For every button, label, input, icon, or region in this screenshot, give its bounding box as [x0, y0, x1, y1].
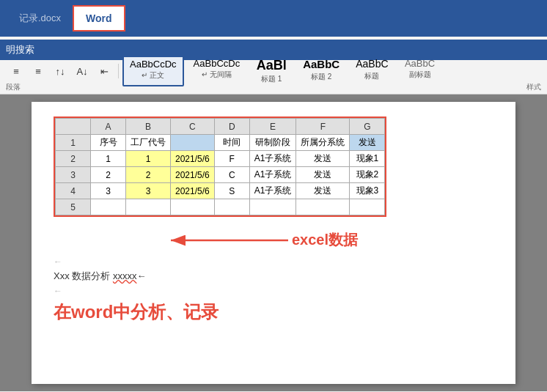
row-header-3: 3: [56, 167, 91, 183]
sort-btn[interactable]: ↑↓: [50, 62, 70, 81]
annotation-arrow: [164, 227, 295, 253]
cell-b5: [126, 199, 171, 215]
col-header-empty: [56, 119, 91, 135]
doc-page: A B C D E F G 1 序号 工厂代号 时间 研制阶段: [32, 102, 515, 384]
doc-big-text: 在word中分析、记录: [54, 300, 493, 324]
cell-c2: 2021/5/6: [171, 151, 215, 167]
cell-b2: 1: [126, 151, 171, 167]
excel-table: A B C D E F G 1 序号 工厂代号 时间 研制阶段: [55, 118, 385, 215]
col-header-d: D: [214, 119, 249, 135]
cell-d5: [214, 199, 249, 215]
style-subtitle-label: 副标题: [409, 70, 431, 80]
tab-docx[interactable]: 记录.docx: [7, 6, 73, 31]
cell-f3: 发送: [296, 167, 350, 183]
para-mark-2: ←: [54, 286, 493, 296]
title-bar: 记录.docx Word: [0, 0, 547, 37]
row-header-4: 4: [56, 183, 91, 199]
style-nospace-preview: AaBbCcDc: [194, 58, 241, 70]
cell-c4: 2021/5/6: [171, 183, 215, 199]
col-header-e: E: [249, 119, 296, 135]
header-c-blur: [171, 135, 215, 151]
header-factory: 工厂代号: [126, 135, 171, 151]
col-header-f: F: [296, 119, 350, 135]
cell-e4: A1子系统: [249, 183, 296, 199]
style-h2-preview: AaBbC: [303, 58, 339, 71]
cell-g3: 现象2: [350, 167, 385, 183]
separator1: [118, 64, 119, 78]
cell-e2: A1子系统: [249, 151, 296, 167]
doc-text-line: Xxx 数据分析 xxxxx←: [54, 270, 493, 283]
align-center-btn[interactable]: ≡: [28, 62, 48, 81]
doc-text-xxx: Xxx 数据分析: [54, 270, 113, 281]
cell-g4: 现象3: [350, 183, 385, 199]
paragraph-section-label: 段落: [6, 82, 21, 92]
cell-f4: 发送: [296, 183, 350, 199]
cell-d3: C: [214, 167, 249, 183]
col-header-c: C: [171, 119, 215, 135]
col-header-a: A: [91, 119, 126, 135]
excel-data-row-1: 2 1 1 2021/5/6 F A1子系统 发送 现象1: [56, 151, 385, 167]
row-header-1: 1: [56, 135, 91, 151]
style-nospace-label: ↵ 无间隔: [202, 70, 232, 80]
align-left-btn[interactable]: ≡: [6, 62, 26, 81]
style-h1-preview: AaBl: [257, 58, 287, 74]
indent-btn[interactable]: ⇤: [94, 62, 114, 81]
document-area: A B C D E F G 1 序号 工厂代号 时间 研制阶段: [0, 95, 547, 391]
ribbon: 明搜索 ≡ ≡ ↑↓ A↓ ⇤ AaBbCcDc ↵ 正文 AaBbCcDc ↵…: [0, 37, 547, 95]
cell-e3: A1子系统: [249, 167, 296, 183]
excel-data-row-2: 3 2 2 2021/5/6 C A1子系统 发送 现象2: [56, 167, 385, 183]
cell-b3: 2: [126, 167, 171, 183]
excel-data-row-3: 4 3 3 2021/5/6 S A1子系统 发送 现象3: [56, 183, 385, 199]
header-time: 时间: [214, 135, 249, 151]
cell-d4: S: [214, 183, 249, 199]
cell-a5: [91, 199, 126, 215]
excel-annotation-label: excel数据: [292, 230, 358, 250]
header-subsys: 所属分系统: [296, 135, 350, 151]
excel-data-header-row: 1 序号 工厂代号 时间 研制阶段 所属分系统 发送: [56, 135, 385, 151]
row-header-5: 5: [56, 199, 91, 215]
ribbon-paragraph-row: ≡ ≡ ↑↓ A↓ ⇤ AaBbCcDc ↵ 正文 AaBbCcDc ↵ 无间隔…: [0, 60, 547, 82]
cell-f2: 发送: [296, 151, 350, 167]
para-mark-1: ←: [54, 256, 493, 267]
tab-word[interactable]: Word: [73, 5, 125, 32]
style-subtitle-preview: AaBbC: [405, 58, 435, 70]
az-sort-btn[interactable]: A↓: [72, 62, 92, 81]
row-header-2: 2: [56, 151, 91, 167]
styles-section-label: 样式: [21, 82, 541, 92]
style-title-label: 标题: [364, 71, 379, 81]
excel-col-header-row: A B C D E F G: [56, 119, 385, 135]
excel-data-row-4: 5: [56, 199, 385, 215]
style-h2-label: 标题 2: [311, 72, 331, 82]
cell-d2: F: [214, 151, 249, 167]
search-label: 明搜索: [6, 43, 34, 56]
style-normal-label: ↵ 正文: [142, 70, 164, 81]
cell-b4: 3: [126, 183, 171, 199]
cell-a4: 3: [91, 183, 126, 199]
header-f-blur: 发送: [350, 135, 385, 151]
col-header-g: G: [350, 119, 385, 135]
style-title-preview: AaBbC: [356, 58, 388, 70]
doc-text-xxxxx: xxxxx: [113, 270, 137, 281]
annotation-area: excel数据: [54, 227, 493, 256]
doc-text-arrow: ←: [136, 270, 146, 281]
cell-c3: 2021/5/6: [171, 167, 215, 183]
cell-a2: 1: [91, 151, 126, 167]
cell-c5: [171, 199, 215, 215]
style-normal-preview: AaBbCcDc: [130, 59, 177, 70]
cell-g5: [350, 199, 385, 215]
cell-e5: [249, 199, 296, 215]
cell-a3: 2: [91, 167, 126, 183]
header-seqno: 序号: [91, 135, 126, 151]
cell-f5: [296, 199, 350, 215]
header-stage: 研制阶段: [249, 135, 296, 151]
col-header-b: B: [126, 119, 171, 135]
excel-table-wrapper: A B C D E F G 1 序号 工厂代号 时间 研制阶段: [54, 117, 386, 217]
cell-g2: 现象1: [350, 151, 385, 167]
